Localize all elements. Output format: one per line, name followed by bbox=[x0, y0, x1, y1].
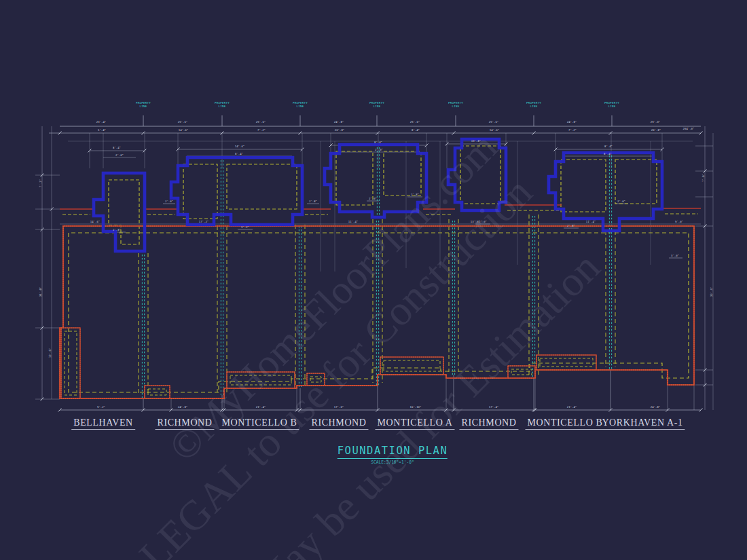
foundation-perimeter bbox=[60, 226, 694, 398]
foundation-plan-drawing bbox=[0, 0, 747, 560]
party-wall-lines bbox=[142, 147, 611, 398]
front-wall-lines bbox=[60, 205, 701, 209]
foundation-plan-sheet: FOUNDATION PLAN SCALE:3/16"=1'-0" PROPER… bbox=[0, 0, 747, 560]
